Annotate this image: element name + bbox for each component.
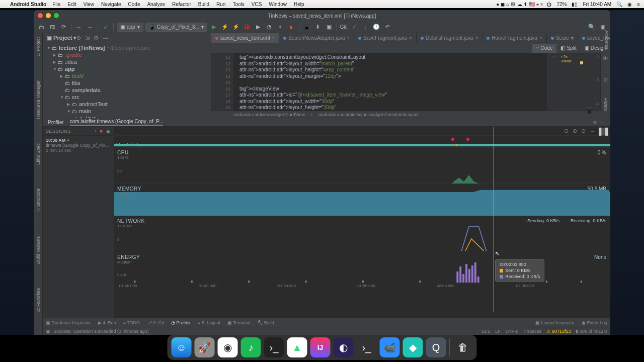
search-icon-tb[interactable]: 🔍 bbox=[587, 23, 596, 32]
app-name[interactable]: Android Studio bbox=[10, 2, 46, 7]
menu-view[interactable]: View bbox=[84, 2, 95, 7]
sdk-icon[interactable]: ⬇ bbox=[313, 23, 323, 32]
hide-panel-icon[interactable]: — bbox=[600, 120, 605, 125]
tree-item[interactable]: ▼🗀main bbox=[43, 108, 211, 115]
encoding[interactable]: UTF-8 bbox=[506, 329, 519, 334]
notification-icon[interactable]: ≡ bbox=[637, 2, 640, 7]
tree-item[interactable]: 🗀sampledata bbox=[43, 86, 211, 94]
editor-tab[interactable]: DetailsFragment.java× bbox=[417, 33, 482, 43]
memory-chart[interactable]: MEMORY 64 MB 32 50.9 MB bbox=[114, 184, 610, 216]
status-icon[interactable]: ▣ bbox=[46, 329, 50, 334]
build-variants-tab[interactable]: Build Variants bbox=[36, 234, 41, 266]
minimap[interactable]: 1 5 10 <?x<andr × bbox=[560, 53, 600, 111]
add-session-icon[interactable]: + bbox=[94, 129, 97, 134]
traffic-lights[interactable] bbox=[38, 13, 59, 18]
app-icon-teal[interactable]: ◆ bbox=[403, 337, 423, 357]
eye-icon[interactable]: 👁 bbox=[603, 55, 608, 61]
zoom-in-icon[interactable]: ⊕ bbox=[573, 128, 577, 134]
menu-vcs[interactable]: VCS bbox=[252, 2, 262, 7]
bottom-tab[interactable]: 🔨 Build bbox=[257, 320, 274, 325]
menu-code[interactable]: Code bbox=[128, 2, 140, 7]
project-tree[interactable]: ▼🗀lecture [TinNews]~/Desktop/lecture ▶🗀.… bbox=[43, 43, 211, 118]
android-studio-icon[interactable]: ▲ bbox=[287, 337, 307, 357]
search-icon[interactable]: 🔍 bbox=[616, 2, 622, 7]
favorites-tab[interactable]: 2: Favorites bbox=[36, 286, 41, 314]
apply-code-icon[interactable]: ⚡ bbox=[231, 23, 240, 32]
menu-run[interactable]: Run bbox=[216, 2, 225, 7]
bottom-tab[interactable]: ▣ Terminal bbox=[227, 320, 250, 325]
code-mode-btn[interactable]: ≡ Code bbox=[532, 44, 557, 53]
tree-item[interactable]: ▼🗀src bbox=[43, 94, 211, 101]
clock[interactable]: Fri 10:40 AM bbox=[583, 2, 611, 7]
profile-icon[interactable]: ◔ bbox=[265, 23, 274, 32]
apply-changes-icon[interactable]: ⚡ bbox=[220, 23, 229, 32]
profiler-tab-main[interactable]: Profiler bbox=[48, 120, 64, 125]
session-item[interactable]: 10:38 AM ● tinnews (Google Copy_of_Pixe.… bbox=[43, 136, 114, 155]
spotify-icon[interactable]: ♪ bbox=[241, 337, 261, 357]
forward-icon[interactable]: → bbox=[86, 23, 95, 32]
network-chart[interactable]: NETWORK 16 KB/s 8 — Sending: 0 KB/s — Re… bbox=[114, 216, 610, 252]
charts-panel[interactable]: ⊖ ⊕ ⊙ → ❚❚ MainActivity bbox=[114, 127, 610, 318]
tree-item[interactable]: ▼🗀app bbox=[43, 65, 211, 72]
attach-live-icon[interactable]: → bbox=[590, 128, 595, 134]
launchpad-icon[interactable]: 🚀 bbox=[195, 337, 215, 357]
litho-tab[interactable]: Litho Spec bbox=[36, 141, 41, 167]
gear-icon[interactable]: ⚙ bbox=[593, 120, 597, 125]
project-view-combo[interactable]: ▣ Project ▾ bbox=[47, 35, 76, 41]
tree-item[interactable]: ▶🗀.gradle bbox=[43, 51, 211, 58]
bottom-tab[interactable]: ≡ TODO bbox=[123, 320, 140, 325]
menu-tools[interactable]: Tools bbox=[232, 2, 244, 7]
cpu-chart[interactable]: CPU 100 % 50 0 % bbox=[114, 148, 610, 184]
layout-inspector-icon[interactable]: ▣ bbox=[325, 23, 334, 32]
debug-icon[interactable]: 🐞 bbox=[243, 23, 252, 32]
select-opened-icon[interactable]: ⊕ bbox=[76, 35, 81, 41]
heap-indicator[interactable]: ▮ 806 of 4012M bbox=[576, 329, 607, 334]
bottom-tab-active[interactable]: ◔ Profiler bbox=[171, 320, 191, 325]
menu-file[interactable]: File bbox=[52, 2, 60, 7]
control-center-icon[interactable]: ◉ bbox=[627, 2, 632, 7]
git-rollback-icon[interactable]: ↶ bbox=[383, 23, 392, 32]
dropdown-icon[interactable]: ▾ bbox=[571, 35, 574, 41]
stop-session-icon[interactable]: ■ bbox=[100, 129, 103, 134]
branch-badge[interactable]: ⚠ 60713f13 bbox=[546, 329, 571, 334]
zoom-out-icon[interactable]: ⊖ bbox=[564, 128, 569, 134]
bottom-tab[interactable]: ▣ Layout Inspector bbox=[535, 320, 575, 325]
editor-body[interactable]: 1112131415161718192021 tag"><androidx.co… bbox=[211, 53, 610, 111]
timeline-row[interactable]: MainActivity bbox=[114, 136, 610, 148]
zoom-icon[interactable]: ⊙ bbox=[603, 76, 608, 83]
close-window-icon[interactable] bbox=[38, 13, 43, 18]
editor-tab[interactable]: SearchNewsAdapter.java× bbox=[279, 33, 354, 43]
save-icon[interactable]: 🖫 bbox=[48, 23, 57, 32]
minimize-window-icon[interactable] bbox=[46, 13, 51, 18]
menu-build[interactable]: Build bbox=[198, 2, 209, 7]
indent[interactable]: 4 spaces bbox=[523, 329, 541, 334]
git-commit-icon[interactable]: ✓ bbox=[350, 23, 359, 32]
structure-tab[interactable]: 7: Structure bbox=[36, 187, 41, 214]
breadcrumb[interactable]: androidx.cardview.widget.CardView›androi… bbox=[211, 111, 610, 118]
collapse-all-icon[interactable]: ⇲ bbox=[85, 35, 90, 41]
editor-tab[interactable]: SaveFragment.java× bbox=[354, 33, 417, 43]
git-history-icon[interactable]: 🕐 bbox=[372, 23, 381, 32]
menu-help[interactable]: Help bbox=[294, 2, 304, 7]
line-ending[interactable]: LF bbox=[495, 329, 501, 334]
resource-manager-tab[interactable]: Resource Manager bbox=[36, 78, 41, 121]
gear-icon[interactable]: ⚙ bbox=[94, 35, 99, 41]
bottom-tab[interactable]: ⎇ 9: Git bbox=[147, 320, 164, 325]
zoom-icon[interactable]: 📹 bbox=[380, 337, 400, 357]
pause-icon[interactable]: ❚❚ bbox=[599, 128, 607, 135]
sync-icon[interactable]: ⟳ bbox=[59, 23, 68, 32]
menu-edit[interactable]: Edit bbox=[67, 2, 76, 7]
palette-tab[interactable]: Palette bbox=[603, 98, 608, 112]
terminal-icon[interactable]: ›_ bbox=[264, 337, 284, 357]
attributes-tab[interactable]: Attributes bbox=[604, 30, 609, 49]
bottom-tab[interactable]: ▣ Database Inspector bbox=[46, 320, 91, 325]
git-update-icon[interactable]: ↓ bbox=[361, 23, 370, 32]
project-tab[interactable]: 1: Project bbox=[36, 35, 41, 58]
tree-root[interactable]: ▼🗀lecture [TinNews]~/Desktop/lecture bbox=[43, 44, 211, 51]
editor-tab[interactable]: HomeFragment.java× bbox=[482, 33, 546, 43]
run-icon[interactable]: ▶ bbox=[209, 23, 218, 32]
intellij-icon[interactable]: IJ bbox=[310, 337, 331, 357]
tree-item[interactable]: ▶🗀build bbox=[43, 72, 211, 79]
run-config-selector[interactable]: 📱 Copy_of_Pixel_3... ▾ bbox=[145, 23, 207, 32]
chrome-icon[interactable]: ◉ bbox=[218, 337, 238, 357]
